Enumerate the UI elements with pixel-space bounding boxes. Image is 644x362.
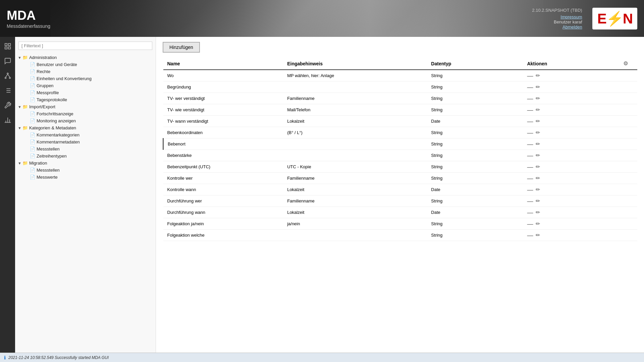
filter-input[interactable]	[18, 42, 152, 50]
cell-type: Date	[427, 207, 523, 218]
file-icon: 📄	[30, 62, 35, 67]
cell-actions: — ✏	[523, 218, 619, 230]
tree-label: Rechte	[37, 69, 50, 74]
tree-sidebar: ▼ 📁Administration📄Benutzer und Geräte📄Re…	[15, 37, 156, 353]
tree-item-messwerte[interactable]: 📄Messwerte	[15, 174, 156, 181]
grid-icon-btn[interactable]	[2, 40, 14, 52]
file-icon: 📄	[30, 69, 35, 74]
cell-type: String	[427, 93, 523, 104]
add-button[interactable]: Hinzufügen	[163, 42, 200, 53]
edit-btn[interactable]: ✏	[536, 107, 540, 113]
delete-btn[interactable]: —	[527, 141, 533, 147]
tree-item-messstellen-kat[interactable]: 📄Messstellen	[15, 145, 156, 153]
cell-hint	[283, 138, 427, 150]
tree-item-messstellen-mig[interactable]: 📄Messstellen	[15, 167, 156, 174]
col-header-name: Name	[163, 58, 283, 70]
delete-btn[interactable]: —	[527, 187, 533, 193]
delete-btn[interactable]: —	[527, 107, 533, 113]
cell-actions: — ✏	[523, 184, 619, 195]
delete-btn[interactable]: —	[527, 153, 533, 159]
tree-item-monitoring-anzeigen[interactable]: 📄Monitoring anzeigen	[15, 117, 156, 124]
cell-extra	[619, 173, 637, 184]
edit-btn[interactable]: ✏	[536, 186, 540, 193]
status-text: 2021-11-24 10:58:52.549 Successfully sta…	[8, 355, 109, 360]
delete-btn[interactable]: —	[527, 73, 533, 79]
col-header-hint: Eingabehinweis	[283, 58, 427, 70]
delete-btn[interactable]: —	[527, 130, 533, 136]
cell-extra	[619, 138, 637, 150]
edit-btn[interactable]: ✏	[536, 175, 540, 181]
header-right: 2.10.2.SNAPSHOT (TBD) Impressum Benutzer…	[532, 0, 644, 37]
edit-btn[interactable]: ✏	[536, 198, 540, 204]
tree-item-rechte[interactable]: 📄Rechte	[15, 68, 156, 75]
tools-icon-btn[interactable]	[2, 99, 14, 111]
delete-btn[interactable]: —	[527, 221, 533, 227]
tree-container: ▼ 📁Administration📄Benutzer und Geräte📄Re…	[15, 54, 156, 181]
svg-rect-0	[5, 44, 7, 46]
tree-item-messprofile[interactable]: 📄Messprofile	[15, 89, 156, 96]
tree-item-kommentarmetadaten[interactable]: 📄Kommentarmetadaten	[15, 138, 156, 145]
delete-btn[interactable]: —	[527, 96, 533, 102]
edit-btn[interactable]: ✏	[536, 84, 540, 90]
delete-btn[interactable]: —	[527, 198, 533, 204]
cell-actions: — ✏	[523, 161, 619, 173]
file-icon: 📄	[30, 168, 35, 173]
delete-btn[interactable]: —	[527, 175, 533, 181]
delete-btn[interactable]: —	[527, 209, 533, 216]
tree-label: Administration	[29, 55, 57, 60]
svg-point-4	[7, 73, 8, 74]
tree-item-import-export[interactable]: ▼ 📁Import/Export	[15, 103, 156, 110]
cell-name: Folgeaktion ja/nein	[163, 218, 283, 230]
edit-btn[interactable]: ✏	[536, 164, 540, 170]
delete-btn[interactable]: —	[527, 232, 533, 238]
table-row: Durchführung wann Lokalzeit Date — ✏	[163, 207, 638, 218]
edit-btn[interactable]: ✏	[536, 141, 540, 147]
tree-item-gruppen[interactable]: 📄Gruppen	[15, 82, 156, 89]
network-icon-btn[interactable]	[2, 70, 14, 82]
status-icon: ℹ	[4, 355, 6, 360]
tree-label: Gruppen	[37, 83, 54, 88]
chat-icon-btn[interactable]	[2, 55, 14, 67]
cell-extra	[619, 184, 637, 195]
cell-actions: — ✏	[523, 173, 619, 184]
cell-hint: UTC - Kopie	[283, 161, 427, 173]
delete-btn[interactable]: —	[527, 84, 533, 90]
edit-btn[interactable]: ✏	[536, 152, 540, 159]
edit-btn[interactable]: ✏	[536, 221, 540, 227]
cell-extra	[619, 207, 637, 218]
cell-type: String	[427, 138, 523, 150]
edit-btn[interactable]: ✏	[536, 118, 540, 124]
tree-item-tagesprotokolle[interactable]: 📄Tagesprotokolle	[15, 96, 156, 103]
tree-item-fortschrittsanzeige[interactable]: 📄Fortschrittsanzeige	[15, 110, 156, 117]
edit-btn[interactable]: ✏	[536, 72, 540, 79]
cell-hint: Familienname	[283, 173, 427, 184]
tree-item-administration[interactable]: ▼ 📁Administration	[15, 54, 156, 61]
edit-btn[interactable]: ✏	[536, 95, 540, 102]
tree-item-kategorien-metadaten[interactable]: ▼ 📁Kategorien & Metadaten	[15, 124, 156, 131]
tree-item-zeitreihentypen[interactable]: 📄Zeitreihentypen	[15, 153, 156, 160]
logout-link[interactable]: Abmelden	[532, 24, 582, 29]
tree-item-benutzer-geraete[interactable]: 📄Benutzer und Geräte	[15, 61, 156, 68]
cell-hint: Lokalzeit	[283, 207, 427, 218]
table-header-row: Name Eingabehinweis Datentyp Aktionen ⚙	[163, 58, 638, 70]
tree-item-migration[interactable]: ▼ 📁Migration	[15, 160, 156, 167]
cell-actions: — ✏	[523, 104, 619, 116]
impressum-link[interactable]: Impressum	[532, 14, 582, 19]
chart-icon-btn[interactable]	[2, 114, 14, 126]
delete-btn[interactable]: —	[527, 118, 533, 124]
add-column-btn[interactable]: ⚙	[623, 61, 628, 66]
cell-hint: ja/nein	[283, 218, 427, 230]
tree-item-einheiten-konvertierung[interactable]: 📄Einheiten und Konvertierung	[15, 75, 156, 82]
cell-extra	[619, 104, 637, 116]
tree-item-kommentarkategorien[interactable]: 📄Kommentarkategorien	[15, 131, 156, 138]
file-icon: 📄	[30, 76, 35, 81]
toggle-icon: ▼	[18, 126, 21, 130]
delete-btn[interactable]: —	[527, 164, 533, 170]
edit-btn[interactable]: ✏	[536, 129, 540, 136]
list-icon-btn[interactable]	[2, 84, 14, 97]
tree-label: Benutzer und Geräte	[37, 62, 77, 67]
edit-btn[interactable]: ✏	[536, 232, 540, 238]
cell-name: Kontrolle wer	[163, 173, 283, 184]
tree-label: Messprofile	[37, 90, 59, 95]
edit-btn[interactable]: ✏	[536, 209, 540, 216]
